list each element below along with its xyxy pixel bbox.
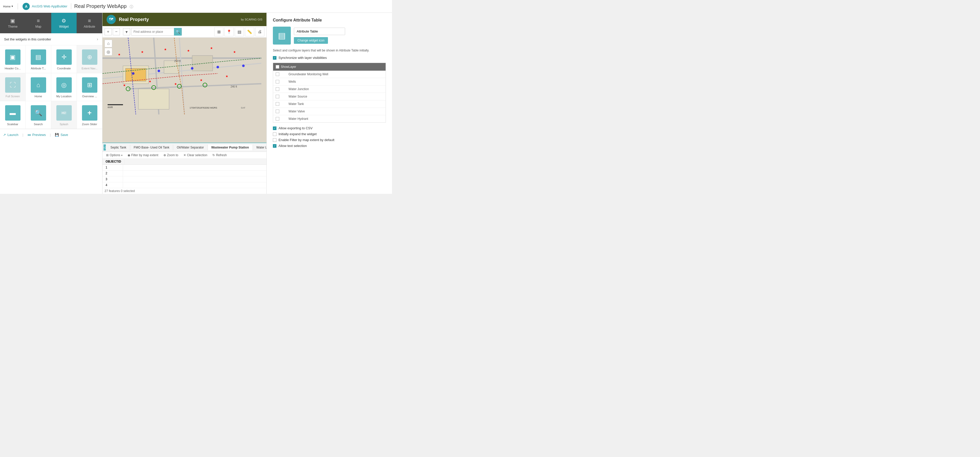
widget-extent-nav[interactable]: ⊕ Extent Nav... xyxy=(77,45,102,73)
zoom-to-button[interactable]: ⊕ Zoom to xyxy=(162,153,180,157)
tool-measure-button[interactable]: 📍 xyxy=(224,27,234,36)
main-layout: ▣ Theme ≡ Map ⚙ Widget ≡ Attribute Set t… xyxy=(0,13,392,194)
refresh-button[interactable]: ↻ Refresh xyxy=(211,153,228,157)
water-hydrant-check[interactable] xyxy=(273,115,286,122)
svg-rect-0 xyxy=(102,38,266,143)
home-button[interactable]: Home ▾ xyxy=(3,5,13,8)
widget-coordinate[interactable]: ✛ Coordinate xyxy=(51,45,76,73)
widget-splash[interactable]: Hi! Splash xyxy=(51,101,76,129)
refresh-icon: ↻ xyxy=(212,153,215,157)
show-all-checkbox[interactable] xyxy=(276,65,279,68)
app-logo: A ArcGIS Web AppBuilder xyxy=(22,3,67,10)
home-chevron: ▾ xyxy=(11,5,13,8)
sidebar-tabs: ▣ Theme ≡ Map ⚙ Widget ≡ Attribute xyxy=(0,13,102,33)
widget-name-input[interactable] xyxy=(294,28,345,35)
widget-scalebar[interactable]: ▬ Scalebar xyxy=(0,101,25,129)
map-search-input[interactable] xyxy=(131,30,174,33)
launch-button[interactable]: ↗ Launch xyxy=(3,133,18,137)
launch-label: Launch xyxy=(8,133,18,137)
attr-tab-wastewater[interactable]: Wastewater Pump Station xyxy=(208,144,253,150)
change-widget-icon-button[interactable]: Change widget icon xyxy=(294,37,328,44)
location-button[interactable]: ◎ xyxy=(105,48,112,56)
attr-toggle-button[interactable]: ◁ xyxy=(103,144,106,151)
my-location-widget-icon: ◎ xyxy=(56,77,72,93)
table-row[interactable]: 4 xyxy=(102,182,266,188)
previews-label: Previews xyxy=(32,133,46,137)
options-button[interactable]: ⊞ Options ▾ xyxy=(105,153,124,157)
option-export-csv: ✓ Allow exporting to CSV xyxy=(273,126,386,130)
zoom-in-button[interactable]: + xyxy=(105,28,112,35)
attr-tab-water-line[interactable]: Water Line xyxy=(253,144,267,150)
dropdown-arrow-button[interactable]: ▾ xyxy=(123,28,130,35)
tab-widget[interactable]: ⚙ Widget xyxy=(51,13,77,33)
text-selection-checkbox[interactable]: ✓ xyxy=(273,144,277,148)
water-valve-check[interactable] xyxy=(273,108,286,115)
table-row[interactable]: 1 xyxy=(102,165,266,170)
top-nav: Home ▾ A ArcGIS Web AppBuilder Real Prop… xyxy=(0,0,392,13)
widget-home[interactable]: ⌂ Home xyxy=(25,73,51,101)
widget-zoom-slider[interactable]: + Zoom Slider xyxy=(77,101,102,129)
widget-full-screen[interactable]: ⛶ Full Screen xyxy=(0,73,25,101)
options-label: Options xyxy=(110,153,120,157)
svg-text:SAF: SAF xyxy=(241,106,245,109)
sync-checkbox[interactable]: ✓ xyxy=(273,56,277,60)
zoom-out-button[interactable]: − xyxy=(113,28,120,35)
svg-point-25 xyxy=(216,66,219,68)
widget-header-controller[interactable]: ▣ Header Co... xyxy=(0,45,25,73)
full-screen-widget-icon: ⛶ xyxy=(5,77,21,93)
water-junction-check[interactable] xyxy=(273,86,286,93)
filter-by-extent-button[interactable]: ◉ Filter by map extent xyxy=(126,153,160,157)
extent-nav-widget-icon: ⊕ xyxy=(82,49,97,65)
water-tank-check[interactable] xyxy=(273,100,286,108)
scalebar-widget-label: Scalebar xyxy=(7,123,18,126)
info-icon: ⓘ xyxy=(130,5,133,9)
clear-selection-button[interactable]: ✕ Clear selection xyxy=(182,153,209,157)
widget-search[interactable]: 🔍 Search xyxy=(25,101,51,129)
widget-my-location[interactable]: ◎ My Location xyxy=(51,73,76,101)
tool-ruler-button[interactable]: 📏 xyxy=(245,27,254,36)
tool-layers-button[interactable]: ▤ xyxy=(235,27,244,36)
wells-check[interactable] xyxy=(273,78,286,85)
tab-attribute[interactable]: ≡ Attribute xyxy=(76,13,102,33)
sync-label: Synchronize with layer visibilities xyxy=(278,56,327,60)
groundwater-check[interactable] xyxy=(273,71,286,78)
water-source-label: Water Source xyxy=(286,93,386,100)
tool-draw-button[interactable]: ⊠ xyxy=(214,27,223,36)
widget-attribute-t[interactable]: ▤ Attribute T... xyxy=(25,45,51,73)
zoom-to-label: Zoom to xyxy=(167,153,178,157)
layer-row-wells: Wells xyxy=(273,78,386,86)
table-row[interactable]: 2 xyxy=(102,170,266,176)
attr-tab-oil-water[interactable]: Oil/Water Separator xyxy=(173,144,208,150)
attr-tab-fmo[interactable]: FMO Base- Used Oil Tank xyxy=(130,144,173,150)
controller-bar[interactable]: Set the widgets in this controller › xyxy=(0,33,102,45)
widget-overview[interactable]: ⊞ Overview ... xyxy=(77,73,102,101)
row3-objectid: 3 xyxy=(102,176,123,182)
previews-button[interactable]: ⏮ Previews xyxy=(27,133,46,137)
enable-filter-checkbox[interactable] xyxy=(273,138,277,142)
map-search-button[interactable]: 🔍 xyxy=(174,28,181,36)
attribute-table: ◁ Septic Tank FMO Base- Used Oil Tank Oi… xyxy=(102,143,266,194)
attr-tab-septic[interactable]: Septic Tank xyxy=(107,144,130,150)
svg-text:600ft: 600ft xyxy=(108,106,113,109)
option-enable-filter: Enable Filter by map extent by default xyxy=(273,138,386,142)
home-extent-button[interactable]: ⌂ xyxy=(105,40,112,48)
layer-table: Show Layer Groundwater Monitoring Well W… xyxy=(273,63,386,123)
tool-print-button[interactable]: 🖨 xyxy=(255,27,264,36)
overview-widget-label: Overview ... xyxy=(82,95,97,98)
scalebar-widget-icon: ▬ xyxy=(5,105,21,121)
svg-rect-33 xyxy=(108,104,123,105)
svg-text:★: ★ xyxy=(233,50,236,54)
splash-widget-icon: Hi! xyxy=(56,105,72,121)
table-row[interactable]: 3 xyxy=(102,176,266,182)
initially-expand-checkbox[interactable] xyxy=(273,132,277,136)
row4-objectid: 4 xyxy=(102,182,123,188)
map-canvas[interactable]: ⌂ ◎ xyxy=(102,38,266,143)
save-button[interactable]: 💾 Save xyxy=(55,133,68,137)
attribute-t-widget-label: Attribute T... xyxy=(31,67,46,70)
map-icon: ≡ xyxy=(37,18,40,24)
tab-theme[interactable]: ▣ Theme xyxy=(0,13,25,33)
map-subtitle: by SCARNG GIS xyxy=(241,18,262,21)
tab-map[interactable]: ≡ Map xyxy=(25,13,51,33)
export-csv-checkbox[interactable]: ✓ xyxy=(273,127,277,130)
water-source-check[interactable] xyxy=(273,93,286,100)
